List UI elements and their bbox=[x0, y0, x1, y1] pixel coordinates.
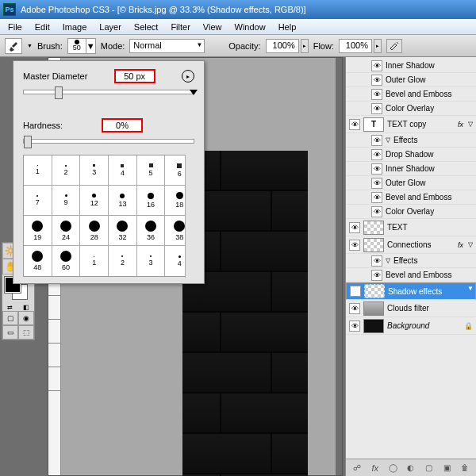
change-screen-icon[interactable]: ⬚ bbox=[18, 325, 34, 340]
brush-preset-3[interactable]: 3 bbox=[137, 246, 166, 276]
layer-group-icon[interactable]: ▢ bbox=[423, 463, 436, 474]
master-diameter-value[interactable]: 50 px bbox=[114, 69, 155, 83]
layer-row[interactable]: 👁TTEXT copyfx▽ bbox=[346, 116, 476, 133]
adjustment-layer-icon[interactable]: ◐ bbox=[405, 463, 417, 474]
brush-preset-2[interactable]: 2 bbox=[109, 246, 137, 276]
brush-preset-4[interactable]: 4 bbox=[109, 155, 137, 186]
visibility-toggle[interactable]: 👁 bbox=[371, 178, 382, 189]
layer-row[interactable]: 👁Background🔒 bbox=[346, 317, 476, 335]
visibility-toggle[interactable]: 👁 bbox=[371, 149, 382, 160]
twirl-down-icon[interactable]: ▽ bbox=[468, 241, 473, 248]
effect-row[interactable]: 👁Bevel and Emboss bbox=[346, 87, 476, 102]
brush-preset-16[interactable]: 16 bbox=[137, 186, 166, 216]
brush-preset-28[interactable]: 28 bbox=[80, 216, 109, 246]
effect-row[interactable]: 👁Inner Shadow bbox=[346, 162, 476, 176]
effect-row[interactable]: 👁Drop Shadow bbox=[346, 148, 476, 162]
effect-row[interactable]: 👁Color Overlay bbox=[346, 205, 476, 219]
effect-row[interactable]: 👁Outer Glow bbox=[346, 176, 476, 190]
visibility-toggle[interactable]: 👁 bbox=[371, 60, 382, 71]
effects-header[interactable]: 👁▽Effects bbox=[346, 133, 476, 148]
visibility-toggle[interactable]: 👁 bbox=[349, 303, 360, 314]
visibility-toggle[interactable]: 👁 bbox=[371, 89, 382, 100]
brush-preset-60[interactable]: 60 bbox=[52, 246, 81, 276]
layer-thumbnail[interactable] bbox=[364, 284, 385, 298]
brush-preset-19[interactable]: 19 bbox=[24, 216, 52, 246]
visibility-toggle[interactable]: 👁 bbox=[371, 192, 382, 203]
visibility-toggle[interactable]: 👁 bbox=[349, 321, 360, 332]
visibility-toggle[interactable]: 👁 bbox=[371, 255, 382, 267]
hardness-value[interactable]: 0% bbox=[102, 118, 143, 132]
visibility-toggle[interactable]: 👁 bbox=[349, 240, 360, 251]
screen-mode-icon[interactable]: ▭ bbox=[2, 325, 18, 340]
layer-thumbnail[interactable] bbox=[363, 238, 384, 252]
effect-row[interactable]: 👁Inner Shadow bbox=[346, 59, 476, 73]
play-icon[interactable]: ▸ bbox=[182, 70, 194, 83]
visibility-toggle[interactable]: 👁 bbox=[371, 163, 382, 175]
link-layers-icon[interactable]: ☍ bbox=[351, 463, 363, 474]
brush-preset-5[interactable]: 5 bbox=[137, 155, 166, 186]
brush-preset-24[interactable]: 24 bbox=[52, 216, 81, 246]
menu-image[interactable]: Image bbox=[56, 21, 94, 33]
twirl-down-icon[interactable]: ▽ bbox=[386, 257, 390, 264]
brush-preset-1[interactable]: 1 bbox=[80, 246, 109, 276]
visibility-toggle[interactable]: 👁 bbox=[371, 135, 382, 146]
menu-window[interactable]: Window bbox=[228, 21, 272, 33]
quick-mask-icon[interactable]: ◉ bbox=[18, 311, 34, 325]
twirl-down-icon[interactable]: ▽ bbox=[468, 121, 473, 128]
brush-preset-48[interactable]: 48 bbox=[24, 246, 52, 276]
brush-preset-1[interactable]: 1 bbox=[24, 155, 52, 186]
visibility-toggle[interactable]: 👁 bbox=[349, 119, 360, 130]
layer-style-icon[interactable]: fx bbox=[369, 463, 382, 474]
menu-edit[interactable]: Edit bbox=[29, 21, 56, 33]
brush-preset-3[interactable]: 3 bbox=[80, 155, 109, 186]
layer-thumbnail[interactable] bbox=[363, 319, 384, 333]
hardness-slider[interactable] bbox=[23, 139, 194, 144]
visibility-toggle[interactable]: 👁 bbox=[371, 103, 382, 114]
layer-thumbnail[interactable]: T bbox=[363, 117, 384, 132]
visibility-toggle[interactable]: 👁 bbox=[371, 270, 382, 281]
visibility-toggle[interactable]: 👁 bbox=[371, 206, 382, 217]
twirl-down-icon[interactable]: ▽ bbox=[386, 136, 390, 144]
layer-row[interactable]: 👁TEXT bbox=[346, 219, 476, 236]
effect-row[interactable]: 👁Bevel and Emboss bbox=[346, 190, 476, 205]
flyout-menu-icon[interactable] bbox=[190, 90, 198, 95]
effect-row[interactable]: 👁Color Overlay bbox=[346, 102, 476, 116]
menu-filter[interactable]: Filter bbox=[164, 21, 196, 33]
standard-mode-icon[interactable]: ▢ bbox=[2, 311, 18, 325]
brush-preset-12[interactable]: 12 bbox=[80, 186, 109, 216]
airbrush-icon[interactable] bbox=[386, 39, 402, 53]
brush-preset-36[interactable]: 36 bbox=[137, 216, 166, 246]
flow-arrow[interactable]: ▸ bbox=[374, 39, 382, 53]
effects-header[interactable]: 👁▽Effects bbox=[346, 254, 476, 268]
brush-grid-scrollbar[interactable] bbox=[185, 155, 196, 278]
visibility-toggle[interactable]: 👁 bbox=[350, 286, 361, 297]
layer-row[interactable]: 👁Clouds filter bbox=[346, 300, 476, 317]
menu-select[interactable]: Select bbox=[128, 21, 165, 33]
brush-preset-2[interactable]: 2 bbox=[52, 155, 81, 186]
layer-mask-icon[interactable]: ◯ bbox=[386, 463, 399, 474]
effect-row[interactable]: 👁Outer Glow bbox=[346, 73, 476, 87]
opacity-input[interactable]: 100% bbox=[266, 39, 299, 53]
visibility-toggle[interactable]: 👁 bbox=[349, 222, 360, 233]
effect-row[interactable]: 👁Bevel and Emboss bbox=[346, 268, 476, 282]
brush-preset-picker[interactable]: 50 ▼ bbox=[67, 38, 96, 54]
menu-layer[interactable]: Layer bbox=[93, 21, 128, 33]
brush-preset-7[interactable]: 7 bbox=[24, 186, 52, 216]
brush-tool-icon[interactable] bbox=[5, 38, 22, 54]
brush-preset-32[interactable]: 32 bbox=[109, 216, 137, 246]
layer-row[interactable]: 👁Connectionsfx▽ bbox=[346, 236, 476, 254]
flow-input[interactable]: 100% bbox=[339, 39, 372, 53]
delete-layer-icon[interactable]: 🗑 bbox=[459, 463, 471, 474]
visibility-toggle[interactable]: 👁 bbox=[371, 75, 382, 86]
new-layer-icon[interactable]: ▣ bbox=[440, 463, 453, 474]
layer-thumbnail[interactable] bbox=[363, 221, 384, 235]
layer-row[interactable]: 👁Shadow effects bbox=[346, 282, 476, 300]
default-colors-icon[interactable]: ◧ bbox=[23, 304, 29, 311]
brush-preset-9[interactable]: 9 bbox=[52, 186, 81, 216]
menu-file[interactable]: File bbox=[2, 21, 29, 33]
layer-thumbnail[interactable] bbox=[363, 301, 384, 316]
swap-colors-icon[interactable]: ⇄ bbox=[7, 304, 13, 311]
opacity-arrow[interactable]: ▸ bbox=[301, 39, 309, 53]
brush-preset-13[interactable]: 13 bbox=[109, 186, 137, 216]
mode-select[interactable]: Normal bbox=[129, 39, 205, 53]
